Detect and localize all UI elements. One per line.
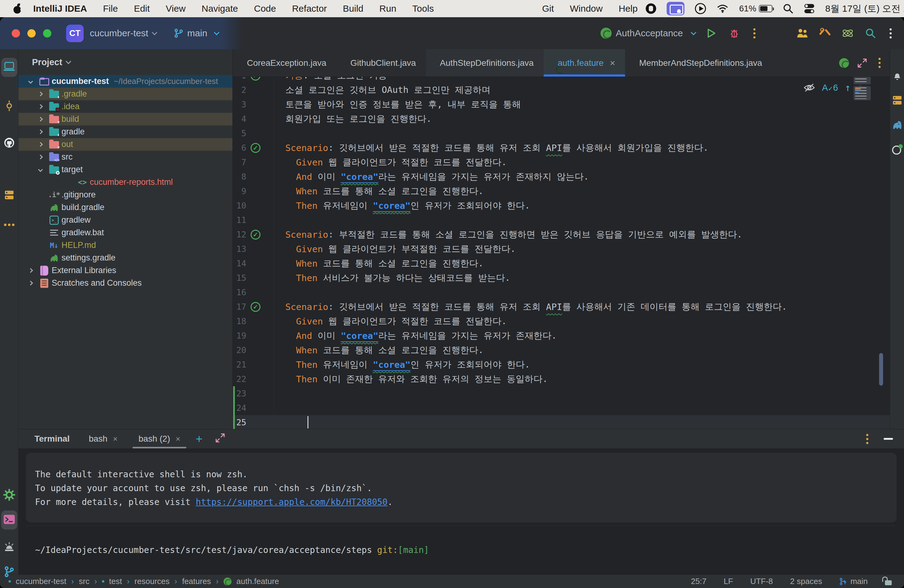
close-window-button[interactable] [12,29,20,38]
code-line-4[interactable]: 4회원가입 또는 로그인을 진행한다. [233,112,890,126]
menu-item-git[interactable]: Git [534,0,562,17]
more-tools-tool-button[interactable] [1,215,17,234]
code-line-13[interactable]: 13Given 웹 클라이언트가 부적절한 코드를 전달한다. [233,242,890,256]
search-everywhere-icon[interactable] [864,27,877,40]
code-line-11[interactable]: 11 [233,213,890,227]
terminal-output[interactable]: The default interactive shell is now zsh… [19,453,904,557]
editor-scrollbar[interactable] [879,353,883,386]
tree-item-gradlew[interactable]: >_gradlew [19,214,232,226]
chevron-right-icon[interactable] [36,155,47,159]
terminal-minimize-icon[interactable] [884,438,893,440]
git-branch-widget[interactable]: main [839,577,868,586]
unlock-icon[interactable] [885,580,892,585]
screen-share-icon[interactable] [667,2,684,15]
editor-tab-authstepdefinitions.java[interactable]: AuthStepDefinitions.java [426,49,544,77]
gradle-tool-button[interactable] [890,117,904,134]
menu-item-build[interactable]: Build [335,0,371,17]
control-center-icon[interactable] [804,3,815,14]
menu-item-refactor[interactable]: Refactor [284,0,335,17]
tree-item-build.gradle[interactable]: build.gradle [19,201,232,214]
menu-item-run[interactable]: Run [371,0,405,17]
code-line-25[interactable]: 25 [233,415,890,429]
apple-logo-icon[interactable] [13,3,22,14]
run-config-selector[interactable]: AuthAcceptance [601,28,695,39]
menu-item-tools[interactable]: Tools [405,0,442,17]
chevron-right-icon[interactable] [26,281,38,285]
tree-item-build[interactable]: ▾build [19,113,232,125]
chevron-right-icon[interactable] [36,143,47,146]
battery-indicator[interactable]: 61% [739,4,773,14]
chevron-right-icon[interactable] [36,117,47,121]
project-panel-title[interactable]: Project [32,57,62,67]
terminal-link[interactable]: https://support.apple.com/kb/HT208050 [196,497,388,507]
vcs-widget[interactable]: main [174,28,219,38]
terminal-expand-icon[interactable] [215,433,225,445]
code-line-7[interactable]: 7Given 웹 클라이언트가 적절한 코드를 전달한다. [233,155,890,169]
tree-item-cucumber-test[interactable]: cucumber-test~/IdeaProjects/cucumber-tes… [19,75,232,88]
tree-item-out[interactable]: ▾out [19,138,232,151]
ai-assistant-tool-button[interactable] [890,141,904,159]
indent-style[interactable]: 2 spaces [790,577,822,586]
menu-item-code[interactable]: Code [246,0,284,17]
code-line-8[interactable]: 8And 이미 "corea"라는 유저네임을 가지는 유저가 존재하지 않는다… [233,169,890,184]
wifi-icon[interactable] [716,4,729,14]
project-selector[interactable]: cucumber-test [90,28,148,38]
terminal-tab-bash-2-[interactable]: bash (2)× [137,429,182,448]
problems-tool-button[interactable] [1,538,17,557]
code-line-23[interactable]: 23 [233,386,890,401]
code-editor[interactable]: 1✓기능: 소셜 로그인 기능2소셜 로그인은 깃허브 OAuth 로그인만 제… [233,77,890,429]
code-line-15[interactable]: 15Then 서비스가 불가능 하다는 상태코드를 받는다. [233,270,890,285]
terminal-options-icon[interactable] [863,434,871,444]
chevron-right-icon[interactable] [36,130,47,133]
screen-record-icon[interactable] [646,3,656,14]
breadcrumb-item-features[interactable]: features [182,577,211,586]
code-line-21[interactable]: 21Then 유저네임이 "corea"인 유저가 조회되어야 한다. [233,357,890,372]
code-line-17[interactable]: 17✓Scenario: 깃허브에서 받은 적절한 코드를 통해 유저 조회 A… [233,300,890,314]
code-line-2[interactable]: 2소셜 로그인은 깃허브 OAuth 로그인만 제공하며 [233,83,890,97]
terminal-tool-button[interactable] [1,511,17,530]
editor-tab-auth.feature[interactable]: auth.feature× [544,49,625,77]
tree-item-.gitignore[interactable]: .i*.gitignore [19,188,232,201]
menu-item-view[interactable]: View [158,0,193,17]
tree-item-external-libraries[interactable]: External Libraries [19,264,232,277]
menu-item-window[interactable]: Window [562,0,611,17]
breadcrumb-item-src[interactable]: src [79,577,90,586]
run-file-cucumber-icon[interactable] [839,58,849,68]
code-line-22[interactable]: 22Then 이미 존재한 유저와 조회한 유저의 정보는 동일하다. [233,372,890,386]
expand-split-icon[interactable] [857,58,868,68]
code-line-24[interactable]: 24 [233,401,890,415]
services-tool-button[interactable] [1,486,17,505]
debug-button[interactable] [727,27,741,40]
code-line-3[interactable]: 3토큰을 받아와 인증 정보를 받은 후, 내부 로직을 통해 [233,97,890,112]
database-tool-button[interactable] [1,186,17,205]
tree-item-settings.gradle[interactable]: settings.gradle [19,251,232,264]
close-terminal-tab-icon[interactable]: × [113,434,117,444]
close-terminal-tab-icon[interactable]: × [175,434,180,444]
code-line-16[interactable]: 16 [233,285,890,300]
minimap[interactable] [853,77,871,102]
test-passed-icon[interactable]: ✓ [251,230,261,240]
chevron-right-icon[interactable] [36,105,47,108]
test-passed-icon[interactable]: ✓ [251,77,261,81]
close-tab-icon[interactable]: × [610,58,615,68]
project-tool-button[interactable] [1,58,17,77]
tree-item-gradle[interactable]: ◖gradle [19,125,232,138]
github-tool-button[interactable] [1,134,17,153]
file-encoding[interactable]: UTF-8 [750,577,773,586]
code-with-me-icon[interactable] [795,27,809,40]
minimize-window-button[interactable] [27,29,36,38]
tree-item-target[interactable]: target [19,163,232,176]
test-passed-icon[interactable]: ✓ [251,143,261,153]
line-separator[interactable]: LF [724,577,733,586]
menu-item-file[interactable]: File [95,0,126,17]
menu-item-help[interactable]: Help [611,0,646,17]
run-button[interactable] [705,27,718,40]
prev-problem-arrow-icon[interactable]: ↑ [845,82,850,93]
editor-tab-githubclient.java[interactable]: GithubClient.java [336,49,425,77]
code-line-12[interactable]: 12✓Scenario: 부적절한 코드를 통해 소셜 로그인을 진행하면 받은… [233,227,890,242]
atom-plugin-icon[interactable] [841,27,855,40]
chevron-right-icon[interactable] [36,92,47,96]
menu-item-edit[interactable]: Edit [126,0,158,17]
new-terminal-tab-button[interactable]: + [196,432,202,446]
caret-position[interactable]: 25:7 [691,577,706,586]
